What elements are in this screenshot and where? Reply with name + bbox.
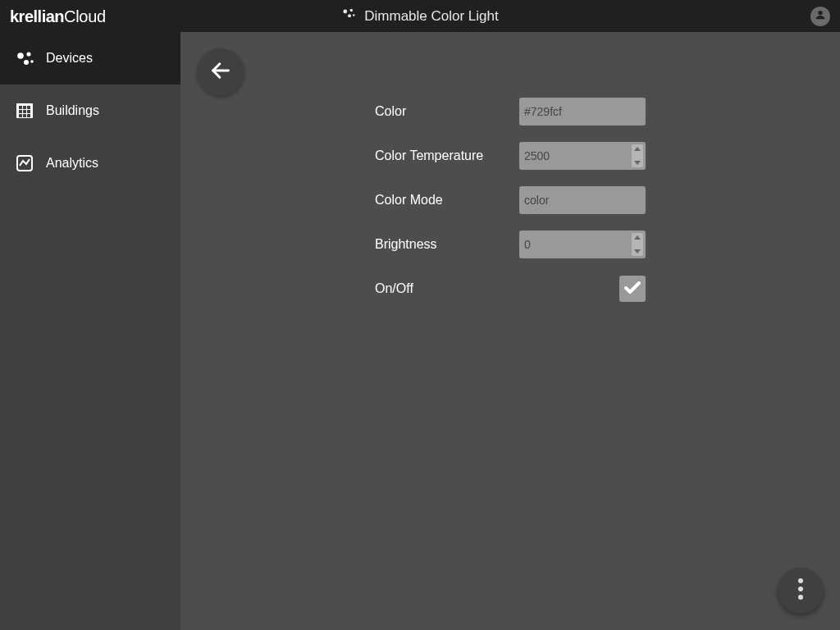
svg-rect-14 xyxy=(23,110,26,113)
sidebar-item-label: Devices xyxy=(46,51,93,66)
color-mode-label: Color Mode xyxy=(375,193,443,208)
sidebar-item-buildings[interactable]: Buildings xyxy=(0,84,180,137)
kebab-icon xyxy=(798,578,803,603)
svg-rect-17 xyxy=(23,114,26,117)
topbar: krellianCloud Dimmable Color Light xyxy=(0,0,840,32)
arrow-left-icon xyxy=(209,59,232,85)
color-temperature-input[interactable] xyxy=(519,142,646,170)
svg-rect-13 xyxy=(19,110,22,113)
brand-light: Cloud xyxy=(64,8,106,25)
onoff-row: On/Off xyxy=(375,267,646,311)
brand-bold: krellian xyxy=(10,8,64,25)
page-title-area: Dimmable Color Light xyxy=(341,7,498,25)
back-button[interactable] xyxy=(197,48,244,96)
analytics-icon xyxy=(15,153,34,173)
sidebar: Devices Buildings xyxy=(0,32,180,630)
check-icon xyxy=(623,277,642,300)
color-label: Color xyxy=(375,104,406,119)
svg-rect-12 xyxy=(27,106,30,109)
color-row: Color xyxy=(375,89,646,134)
devices-icon xyxy=(15,48,34,68)
svg-rect-16 xyxy=(19,114,22,117)
color-mode-input[interactable] xyxy=(519,186,646,214)
brightness-input[interactable] xyxy=(519,231,646,258)
svg-point-5 xyxy=(17,52,24,59)
svg-point-4 xyxy=(818,11,822,15)
main-content: Color Color Temperature Color Mode xyxy=(180,32,840,630)
svg-point-1 xyxy=(350,9,353,11)
brightness-row: Brightness xyxy=(375,222,646,267)
buildings-icon xyxy=(15,101,34,121)
svg-point-2 xyxy=(348,14,351,17)
svg-point-0 xyxy=(343,10,347,14)
svg-rect-18 xyxy=(27,114,30,117)
svg-point-27 xyxy=(798,595,803,600)
svg-point-3 xyxy=(353,14,354,16)
svg-point-25 xyxy=(798,578,803,583)
user-icon xyxy=(815,9,826,24)
color-temperature-row: Color Temperature xyxy=(375,134,646,178)
svg-point-7 xyxy=(24,60,29,65)
sidebar-item-label: Analytics xyxy=(46,156,98,171)
onoff-checkbox[interactable] xyxy=(619,276,646,302)
page-title: Dimmable Color Light xyxy=(364,8,498,25)
color-temperature-label: Color Temperature xyxy=(375,148,483,163)
sidebar-item-label: Buildings xyxy=(46,103,99,118)
brightness-label: Brightness xyxy=(375,237,437,252)
svg-point-26 xyxy=(798,587,803,591)
light-icon xyxy=(341,7,356,25)
color-mode-row: Color Mode xyxy=(375,178,646,222)
sidebar-item-analytics[interactable]: Analytics xyxy=(0,137,180,189)
onoff-label: On/Off xyxy=(375,281,413,296)
svg-point-8 xyxy=(30,60,34,63)
brand-logo[interactable]: krellianCloud xyxy=(10,8,106,25)
color-input[interactable] xyxy=(519,98,646,126)
more-actions-button[interactable] xyxy=(778,568,824,614)
svg-point-6 xyxy=(26,52,30,56)
device-properties-form: Color Color Temperature Color Mode xyxy=(375,89,646,311)
svg-rect-10 xyxy=(19,106,22,109)
user-menu-button[interactable] xyxy=(810,7,830,26)
svg-rect-15 xyxy=(27,110,30,113)
svg-rect-11 xyxy=(23,106,26,109)
sidebar-item-devices[interactable]: Devices xyxy=(0,32,180,84)
